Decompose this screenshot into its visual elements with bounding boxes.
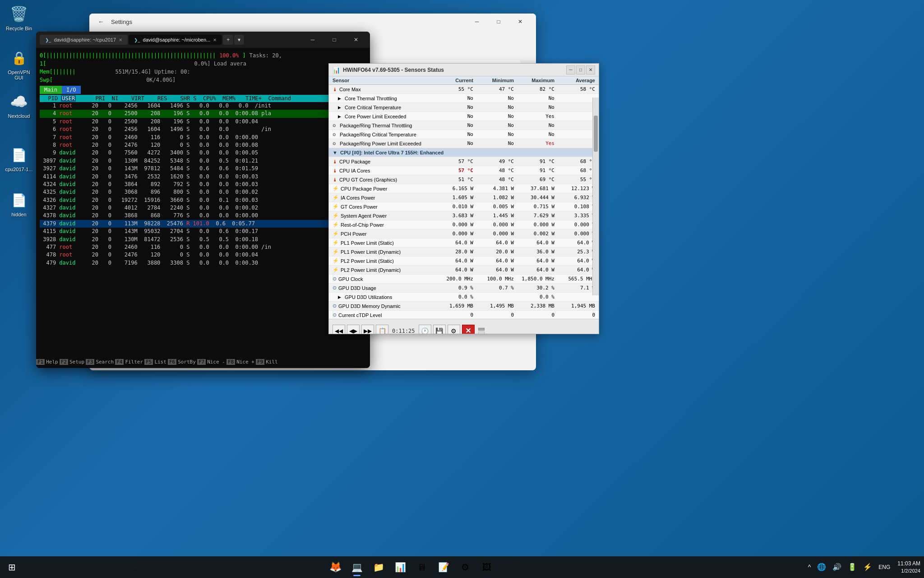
network-icon[interactable]: 🌐 (815, 561, 828, 573)
settings-close-button[interactable]: ✕ (510, 14, 531, 29)
taskbar-app-notes[interactable]: 📝 (434, 557, 453, 577)
val-cpu-gt-avg: 55 °C (554, 177, 595, 182)
hwinfo-scroll-thumb[interactable] (594, 116, 598, 152)
val-pl1-dyn-max: 36.0 W (514, 249, 554, 255)
hwinfo-report-btn[interactable]: 📋 (376, 325, 388, 335)
gt-pwr-icon: ⚡ (333, 204, 339, 210)
desktop-icon-nextcloud[interactable]: ☁️ Nextcloud (1, 89, 37, 121)
val-gpu-clock-current: 200.0 MHz (433, 276, 473, 282)
val-critical-temp-min: No (473, 104, 514, 110)
hwinfo-save-btn[interactable]: 💾 (433, 325, 446, 335)
terminal-minimize-button[interactable]: ─ (302, 33, 323, 47)
footer-f4[interactable]: F4Filter (115, 359, 144, 368)
hwinfo-row-pkg-power-limit: ⊙Package/Ring Power Limit Exceeded No No… (329, 139, 599, 148)
hwinfo-minimize-button[interactable]: ─ (566, 65, 575, 75)
terminal-add-tab[interactable]: + (223, 35, 233, 45)
htop-main-button[interactable]: Main (40, 86, 62, 94)
footer-f3[interactable]: F3Search (86, 359, 115, 368)
tray-chevron[interactable]: ^ (806, 562, 813, 573)
hwinfo-clock-btn[interactable]: 🕐 (419, 325, 431, 335)
hwinfo-row-sys-agent-power: ⚡System Agent Power 3.683 W 1.445 W 7.62… (329, 211, 599, 220)
settings-minimize-button[interactable]: ─ (467, 14, 487, 29)
hwinfo-nav-forward-btn[interactable]: ▶▶ (361, 325, 374, 335)
desktop-icon-recycle-bin[interactable]: 🗑️ Recycle Bin (1, 1, 37, 33)
hwinfo-sensor-body[interactable]: 🌡Core Max 55 °C 47 °C 82 °C 58 °C ▶Core … (329, 85, 599, 319)
hwinfo-row-pl2-static: ⚡PL2 Power Limit (Static) 64.0 W 64.0 W … (329, 256, 599, 266)
footer-f5[interactable]: F5List (144, 359, 168, 368)
taskbar-app-taskmanager[interactable]: 📊 (390, 557, 410, 577)
terminal-content: 0[||||||||||||||||||||||||||||||||||||||… (40, 51, 366, 84)
terminal-close-button[interactable]: ✕ (346, 33, 366, 47)
hwinfo-scrollbar[interactable] (592, 98, 599, 295)
val-cpu-pkg-avg: 68 °C (554, 158, 595, 164)
footer-f6[interactable]: F6SortBy (168, 359, 197, 368)
footer-f2[interactable]: F2Setup (60, 359, 86, 368)
sensor-gpu-clock: GPU Clock (338, 276, 363, 282)
terminal-dropdown-tab[interactable]: ▾ (234, 35, 244, 45)
hwinfo-row-gpu-d3d: ⊙GPU D3D Usage 0.9 % 0.7 % 30.2 % 7.1 % (329, 284, 599, 293)
hwinfo-x-button[interactable]: ✕ (462, 325, 475, 335)
taskbar-app-terminal[interactable]: 💻 (347, 557, 367, 577)
val-pl2-dyn-avg: 64.0 W (554, 267, 595, 273)
footer-f7[interactable]: F7Nice - (197, 359, 226, 368)
cpu-enhanced-section-label: ▼ CPU [#0]: Intel Core Ultra 7 155H: Enh… (333, 150, 595, 155)
files-icon: 📁 (373, 562, 384, 573)
terminal-tab1-close[interactable]: ✕ (119, 37, 122, 42)
val-gpu-d3d-current: 0.9 % (433, 285, 473, 291)
taskbar-app-settings[interactable]: ⚙ (455, 557, 475, 577)
hwinfo-maximize-button[interactable]: □ (576, 65, 585, 75)
start-button[interactable]: ⊞ (4, 559, 20, 575)
taskbar-time-area[interactable]: 11:03 AM 1/2/2024 (897, 560, 920, 574)
taskbar-app-firefox[interactable]: 🦊 (325, 557, 345, 577)
sensor-pkg-critical: Package/Ring Critical Temperature (340, 132, 416, 137)
val-pl1-static-current: 64.0 W (433, 240, 473, 246)
taskbar-app-photos[interactable]: 🖼 (477, 557, 497, 577)
taskmanager-icon: 📊 (395, 562, 406, 573)
terminal-window: ❯_ david@sapphire: ~/cpu2017 ✕ ❯_ david@… (36, 32, 370, 368)
taskbar-app-files[interactable]: 📁 (369, 557, 388, 577)
hwinfo-window: 📊 HWiNFO64 v7.69-5305 - Sensors Status ─… (328, 63, 599, 334)
taskbar-app-cpu[interactable]: 🖥 (412, 557, 432, 577)
sound-icon[interactable]: 🔊 (831, 561, 843, 573)
val-gpu-mem-current: 1,659 MB (433, 303, 473, 309)
hwinfo-section-cpu-enhanced[interactable]: ▼ CPU [#0]: Intel Core Ultra 7 155H: Enh… (329, 148, 599, 157)
footer-f9[interactable]: F9Kill (256, 359, 279, 368)
terminal-maximize-button[interactable]: □ (324, 33, 345, 47)
val-gpu-mem-min: 1,495 MB (473, 303, 514, 309)
lang-indicator[interactable]: ENG (877, 562, 892, 572)
terminal-body[interactable]: 0[||||||||||||||||||||||||||||||||||||||… (36, 48, 370, 368)
settings-back-button[interactable]: ← (95, 15, 107, 28)
terminal-tab-1[interactable]: ❯_ david@sapphire: ~/cpu2017 ✕ (40, 35, 128, 45)
hwinfo-title: 📊 HWiNFO64 v7.69-5305 - Sensors Status (333, 66, 444, 74)
hwinfo-settings-btn[interactable]: ⚙ (448, 325, 460, 335)
val-cpu-ia-current: 57 °C (433, 168, 473, 173)
sensor-cpu-pkg-power: CPU Package Power (341, 186, 387, 191)
val-ia-pwr-avg: 6.932 W (554, 195, 595, 200)
htop-io-button[interactable]: I/O (62, 86, 81, 94)
terminal-tab-2[interactable]: ❯_ david@sapphire: ~/microben... ✕ (129, 35, 222, 45)
terminal-tab2-close[interactable]: ✕ (213, 37, 217, 42)
footer-f8[interactable]: F8Nice + (226, 359, 256, 368)
htop-tab-buttons: Main I/O (40, 86, 366, 94)
hwinfo-nav-pause-btn[interactable]: ◀▶ (347, 325, 360, 335)
hwinfo-row-power-limit: ▶Core Power Limit Exceeded No No Yes (329, 112, 599, 121)
val-gt-pwr-min: 0.005 W (473, 204, 514, 210)
footer-f1[interactable]: F1Help (36, 359, 60, 368)
val-cpu-pkg-pwr-min: 4.381 W (473, 186, 514, 191)
val-sys-agent-current: 3.683 W (433, 213, 473, 219)
bluetooth-icon[interactable]: ⚡ (861, 561, 874, 573)
hwinfo-row-pkg-critical: ⊙Package/Ring Critical Temperature No No… (329, 130, 599, 139)
desktop-icon-hidden[interactable]: 📄 hidden (1, 187, 37, 219)
hwinfo-nav-back-btn[interactable]: ◀◀ (333, 325, 345, 335)
desktop-icon-openvpn[interactable]: 🔒 OpenVPN GUI (1, 45, 37, 82)
settings-maximize-button[interactable]: □ (488, 14, 509, 29)
battery-icon[interactable]: 🔋 (846, 561, 859, 573)
terminal-titlebar: ❯_ david@sapphire: ~/cpu2017 ✕ ❯_ david@… (36, 32, 370, 48)
hwinfo-resize-v[interactable] (478, 331, 485, 334)
hwinfo-resize-h[interactable] (478, 328, 485, 331)
hwinfo-row-cpu-ia: 🌡CPU IA Cores 57 °C 48 °C 91 °C 68 °C (329, 166, 599, 175)
taskbar-right: ^ 🌐 🔊 🔋 ⚡ ENG 11:03 AM 1/2/2024 (803, 560, 920, 574)
desktop-icon-cpu2017[interactable]: 📄 cpu2017-1... (1, 142, 37, 174)
hwinfo-close-button[interactable]: ✕ (586, 65, 595, 75)
val-pkg-critical-min: No (473, 131, 514, 137)
